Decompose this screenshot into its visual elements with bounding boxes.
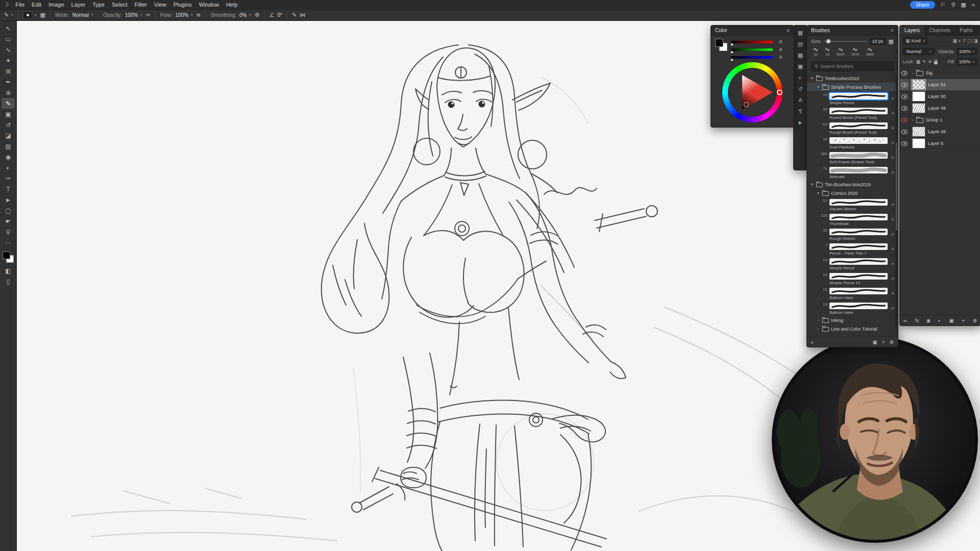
brush-list-item[interactable]: Rough Sketch 35 [807,227,898,242]
folder-caret-icon[interactable]: › [816,327,820,331]
filter-pixel-icon[interactable]: ▦ [953,38,958,43]
lock-all-icon[interactable] [934,61,938,64]
quick-selection-tool[interactable]: ✦ [2,55,15,66]
layer-thumbnail[interactable] [912,91,925,102]
workspace-icon[interactable]: ▦ [961,2,966,8]
layer-blend-mode-dropdown[interactable]: Normal ∨ [903,48,935,55]
recent-brush[interactable]: ∿ 15 [825,47,830,56]
path-selection-tool[interactable]: ► [2,194,15,205]
app-grid-icon[interactable]: ⠿ [5,2,9,8]
recent-brush[interactable]: ∿ 5000 [837,47,845,56]
brush-list-item[interactable]: ▾ Simple Process Brushes [807,83,898,91]
delete-brush-button[interactable]: ⊗ [890,339,894,345]
filter-shape-icon[interactable]: ▢ [967,38,972,43]
type-tool[interactable]: T [2,184,15,194]
brush-target-icon[interactable]: ✛ [890,96,896,101]
layer-row[interactable]: › Group 1 [900,114,980,126]
link-layers-button[interactable]: ∞ [903,318,907,323]
clone-stamp-tool[interactable]: ▣ [2,109,15,119]
edit-toolbar-button[interactable]: ⋯ [2,237,15,248]
brush-target-icon[interactable]: ✛ [890,217,896,222]
color-slider-knob[interactable] [730,51,733,53]
filter-kind-dropdown[interactable]: ▦ Kind ∨ [903,37,928,44]
recent-brush[interactable]: ∿ 2800 [866,47,874,56]
lock-transparency-icon[interactable]: ▦ [916,59,921,64]
color-channel-value[interactable]: 0 [775,39,782,44]
collapse-icon[interactable]: » [972,2,975,8]
recent-brush[interactable]: ∿ 2000 [851,47,860,56]
airbrush-toggle[interactable]: ≋ [196,12,201,18]
layer-mask-button[interactable]: ◙ [927,318,930,323]
eyedropper-tool[interactable]: ✒ [2,77,15,87]
layer-row[interactable]: › Layer 50 [900,91,980,103]
layer-name[interactable]: Group 1 [926,117,978,122]
scrollbar[interactable] [896,75,897,334]
folder-caret-icon[interactable]: ▾ [816,85,820,89]
layer-style-button[interactable]: fx [915,318,919,323]
menu-item[interactable]: Select [108,2,131,8]
new-brush-button[interactable]: + [882,339,885,345]
color-slider-knob[interactable] [730,58,733,61]
flow-dropdown[interactable]: 100% ∨ [176,12,193,18]
layer-row[interactable]: › Layer 48 [900,126,980,138]
brush-list-item[interactable]: ▾ Comics 2020 [807,189,898,197]
brush-size-slider[interactable] [824,41,867,42]
brush-list-item[interactable]: Rough Brush (Pencil Tool) 63 [807,121,898,136]
color-wheel[interactable] [722,62,782,122]
gradient-tool[interactable]: ▤ [2,141,15,152]
delete-layer-button[interactable]: ⊗ [973,318,977,323]
character-panel-icon[interactable]: A [798,97,802,103]
smoothing-options-gear-icon[interactable]: ⚙ [255,12,260,18]
new-layer-button[interactable]: + [962,318,965,323]
color-channel-slider[interactable]: 0 [731,39,790,44]
brush-list-item[interactable]: ▾ Tim-Brushes-Nov2019 [807,180,898,189]
layer-row[interactable]: › Layer 49 [900,103,980,114]
scrollbar-thumb[interactable] [896,142,897,231]
layer-row[interactable]: › Sig [900,67,980,79]
slider-knob[interactable] [826,39,830,43]
pressure-opacity-icon[interactable]: ✑ [145,12,150,18]
brush-settings-panel-toggle[interactable]: ▦ [40,12,45,18]
brush-list-item[interactable]: Airbrush 70 [807,165,898,180]
brush-list-item[interactable]: › Inking [807,316,898,324]
brush-angle-value[interactable]: 0° [277,12,282,18]
brush-list-item[interactable]: Round Brush (Pencil Tool) 45 [807,106,898,121]
layer-thumbnail[interactable] [912,103,925,113]
color-swatch-pair[interactable] [715,39,727,51]
brush-target-icon[interactable]: ✛ [890,291,896,296]
layer-thumbnail[interactable] [912,127,925,137]
menu-item[interactable]: File [12,2,28,8]
layer-visibility-toggle[interactable] [900,114,910,126]
marquee-tool[interactable]: ▭ [2,34,15,44]
screen-mode-button[interactable]: ▯ [2,276,15,287]
panel-menu-icon[interactable]: ≡ [891,28,894,33]
layer-row[interactable]: › Layer 6 [900,138,980,149]
hand-tool[interactable]: ☛ [2,216,15,227]
gradients-panel-icon[interactable]: ▤ [798,41,803,47]
brush-target-icon[interactable]: ✛ [890,262,896,266]
brush-list-item[interactable]: Balloon Inker 13 [807,301,898,316]
tool-preset-picker[interactable]: ✎ ∨ [4,12,13,18]
layer-row[interactable]: › Layer 51 [900,79,980,91]
new-brush-group-button[interactable]: ▣ [872,339,877,345]
pen-tool[interactable]: ✑ [2,173,15,184]
brush-target-icon[interactable]: ✛ [890,111,896,116]
foreground-color-swatch[interactable] [3,252,10,259]
color-slider-track[interactable] [731,56,773,59]
brush-tool[interactable]: ✎ [2,98,15,109]
brush-target-icon[interactable]: ✛ [890,277,896,281]
color-tab[interactable]: Color [715,28,727,33]
pressure-size-icon[interactable]: ✎ [292,12,297,18]
blur-tool[interactable]: ◉ [2,152,15,162]
brush-target-icon[interactable]: ✛ [890,232,896,237]
adjustments-panel-icon[interactable]: ◐ [799,75,802,81]
new-group-button[interactable]: ▣ [949,318,953,323]
brush-target-icon[interactable]: ✛ [890,156,896,160]
folder-caret-icon[interactable]: ▾ [810,76,814,81]
history-panel-icon[interactable]: ↺ [798,86,802,92]
brush-list-item[interactable]: ▾ TimBrushes2022 [807,74,898,83]
folder-caret-icon[interactable]: ▾ [816,191,820,195]
swatches-panel-icon[interactable]: ▦ [798,30,803,36]
brush-list-item[interactable]: Balloon Inker 15 [807,286,898,301]
brush-list-item[interactable]: Square Sketch 10 [807,197,898,212]
